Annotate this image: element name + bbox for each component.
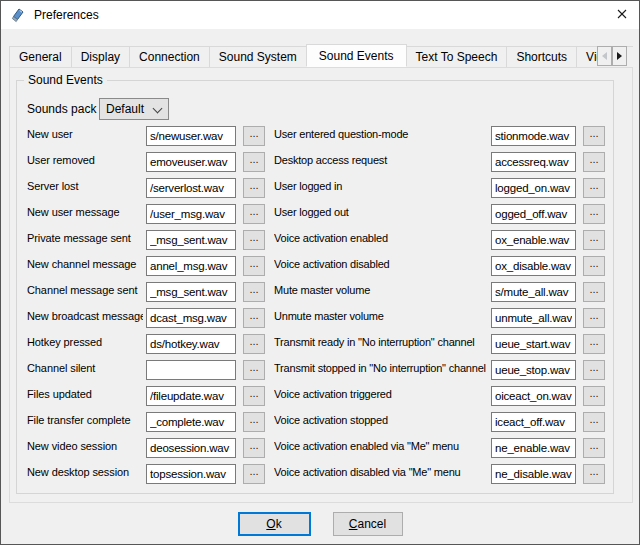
sound-file-input[interactable] [491,256,576,276]
tab-display[interactable]: Display [71,46,130,67]
tab-scroll-left-button[interactable] [597,46,612,66]
sound-event-row: Channel message sent ... Mute master vol… [17,279,613,305]
browse-button[interactable]: ... [583,334,605,354]
sound-file-input[interactable] [146,178,236,198]
sound-file-input[interactable] [491,230,576,250]
browse-button[interactable]: ... [243,178,265,198]
browse-button[interactable]: ... [583,178,605,198]
sound-file-input[interactable] [491,178,576,198]
browse-button[interactable]: ... [583,464,605,484]
event-label: User logged out [274,206,488,218]
sound-file-input[interactable] [146,412,236,432]
tab-shortcuts[interactable]: Shortcuts [506,46,577,67]
sound-file-input[interactable] [146,360,236,380]
sound-file-input[interactable] [146,126,236,146]
event-label: User removed [27,154,143,166]
sounds-pack-select[interactable]: Default [99,98,169,120]
event-label: Desktop access request [274,154,488,166]
browse-button[interactable]: ... [583,230,605,250]
app-icon [10,7,26,23]
tab-bar: GeneralDisplayConnectionSound SystemSoun… [9,44,633,67]
sound-file-input[interactable] [146,204,236,224]
browse-button[interactable]: ... [243,360,265,380]
sound-file-input[interactable] [146,256,236,276]
sound-file-input[interactable] [491,438,576,458]
sound-file-input[interactable] [146,386,236,406]
sound-event-row: New user message ... User logged out ... [17,201,613,227]
event-label: New user message [27,206,143,218]
tab-text-to-speech[interactable]: Text To Speech [406,46,508,67]
sound-file-input[interactable] [146,282,236,302]
event-label: Unmute master volume [274,310,488,322]
browse-button[interactable]: ... [243,412,265,432]
event-label: Private message sent [27,232,143,244]
browse-button[interactable]: ... [583,360,605,380]
event-label: User entered question-mode [274,128,488,140]
browse-button[interactable]: ... [243,256,265,276]
sound-file-input[interactable] [146,464,236,484]
sound-event-row: Channel silent ... Transmit stopped in "… [17,357,613,383]
sound-file-input[interactable] [491,204,576,224]
browse-button[interactable]: ... [243,386,265,406]
event-label: New desktop session [27,466,143,478]
browse-button[interactable]: ... [243,282,265,302]
browse-button[interactable]: ... [583,152,605,172]
sound-file-input[interactable] [491,386,576,406]
tab-scroll-right-button[interactable] [612,46,627,66]
browse-button[interactable]: ... [243,230,265,250]
sound-file-input[interactable] [491,334,576,354]
sound-events-groupbox: Sound Events Sounds pack Default New use… [16,80,614,494]
event-label: Transmit ready in "No interruption" chan… [274,336,488,348]
sound-file-input[interactable] [491,308,576,328]
sound-file-input[interactable] [491,152,576,172]
browse-button[interactable]: ... [583,256,605,276]
sound-file-input[interactable] [146,438,236,458]
browse-button[interactable]: ... [243,308,265,328]
sound-file-input[interactable] [491,126,576,146]
sound-event-row: User removed ... Desktop access request … [17,149,613,175]
sound-file-input[interactable] [491,282,576,302]
tab-sound-events[interactable]: Sound Events [306,44,407,67]
browse-button[interactable]: ... [583,412,605,432]
sound-file-input[interactable] [491,464,576,484]
sound-file-input[interactable] [146,334,236,354]
ok-button-label: Ok [266,517,281,531]
cancel-button[interactable]: Cancel [333,512,403,536]
title-bar: Preferences [1,1,639,29]
browse-button[interactable]: ... [243,438,265,458]
browse-button[interactable]: ... [583,438,605,458]
tab-general[interactable]: General [9,46,72,67]
event-label: New user [27,128,143,140]
browse-button[interactable]: ... [243,204,265,224]
browse-button[interactable]: ... [583,126,605,146]
sound-file-input[interactable] [146,308,236,328]
sound-file-input[interactable] [146,230,236,250]
tab-pane-sound-events: Sound Events Sounds pack Default New use… [9,67,633,503]
ok-button[interactable]: Ok [238,512,311,536]
browse-button[interactable]: ... [243,464,265,484]
tab-connection[interactable]: Connection [129,46,210,67]
browse-button[interactable]: ... [583,204,605,224]
browse-button[interactable]: ... [243,126,265,146]
event-label: Voice activation enabled [274,232,488,244]
preferences-dialog: Preferences GeneralDisplayConnectionSoun… [0,0,640,545]
browse-button[interactable]: ... [583,386,605,406]
sound-event-row: Hotkey pressed ... Transmit ready in "No… [17,331,613,357]
browse-button[interactable]: ... [243,334,265,354]
sound-event-row: File transfer complete ... Voice activat… [17,409,613,435]
event-label: User logged in [274,180,488,192]
sounds-pack-label: Sounds pack [27,102,99,116]
sound-event-row: New video session ... Voice activation e… [17,435,613,461]
browse-button[interactable]: ... [583,308,605,328]
event-label: Voice activation disabled [274,258,488,270]
browse-button[interactable]: ... [583,282,605,302]
sound-file-input[interactable] [491,412,576,432]
sound-file-input[interactable] [146,152,236,172]
sound-file-input[interactable] [491,360,576,380]
tab-sound-system[interactable]: Sound System [209,46,307,67]
close-button[interactable] [605,1,639,29]
event-label: Voice activation enabled via "Me" menu [274,440,488,452]
event-label: New broadcast message [27,310,143,322]
browse-button[interactable]: ... [243,152,265,172]
event-label: Files updated [27,388,143,400]
